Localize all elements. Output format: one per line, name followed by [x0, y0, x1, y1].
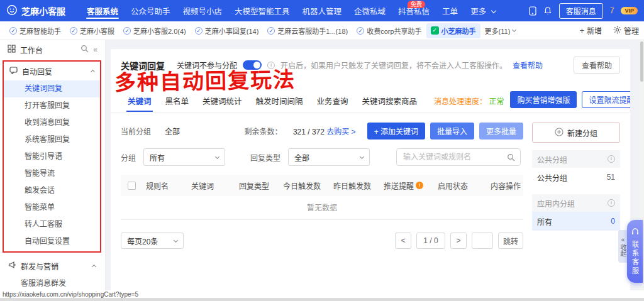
group-row-all[interactable]: 所有 0 [532, 212, 620, 231]
collapse-sidebar-icon[interactable]: « [93, 45, 97, 54]
group-filter-label: 分组 [121, 152, 136, 163]
tabs-more-dropdown[interactable]: 更多(11) [480, 21, 521, 40]
content-tabs: 关键词黑名单关键词统计触发时间间隔业务查询关键词搜索商品 [121, 90, 424, 112]
app-window: 芝麻小客服 客服系统公众号助手视频号小店大模型智能工具机器人管理企微私域抖音私信… [0, 0, 644, 301]
group-row-label: 公共分组 [537, 172, 567, 183]
app-tab[interactable]: ✓ 芝麻小事回复(14) [191, 21, 264, 40]
content-tab[interactable]: 触发时间间隔 [249, 90, 310, 112]
new-group-button[interactable]: 新建分组 [532, 123, 620, 143]
scrollbar-thumb[interactable] [640, 41, 643, 82]
more-batch-button[interactable]: 更多批量 [479, 123, 523, 140]
sidebar-item[interactable]: 打开客服回复 [4, 97, 100, 114]
next-page-button[interactable]: > [450, 233, 467, 249]
contact-service-button[interactable]: 联系客服 [627, 220, 643, 283]
reply-type-select[interactable]: 全部 [288, 148, 370, 166]
top-nav-item[interactable]: 机器人管理 [296, 0, 348, 21]
sidebar-item[interactable]: 智能菜单 [4, 199, 100, 216]
app-tab-label: 芝麻智能助手 [19, 26, 61, 36]
sidebar-item[interactable]: 关键词回复 [4, 80, 100, 97]
content-tab[interactable]: 业务查询 [310, 90, 355, 112]
sidebar-item[interactable]: 客服消息群发 [0, 275, 105, 290]
manage-button[interactable]: 管理 [613, 25, 639, 36]
content-tab[interactable]: 黑名单 [158, 90, 196, 112]
content-tab[interactable]: 关键词 [121, 90, 158, 112]
add-app-button[interactable]: + 新增 [579, 25, 602, 36]
app-tab[interactable]: ✓ 芝麻智能助手 [5, 21, 65, 40]
sidebar-item[interactable]: 自动回复设置 [4, 233, 100, 250]
app-tab[interactable]: ✓ 芝麻云客服助手1...(18) [263, 21, 352, 40]
app-tab[interactable]: ✓ 芝麻小客服2.0(4) [119, 21, 191, 40]
table-header: 规则名 关键词 回复类型 今日触发数 昨日触发数 推送提醒 ! 启用状态 内容操… [121, 175, 523, 196]
sidebar-item[interactable]: 智能导流 [4, 165, 100, 182]
bell-icon[interactable] [543, 6, 552, 15]
remaining-count: 剩余条数： 321 / 372 去购买 > [245, 126, 356, 136]
sidebar-item[interactable]: 智能引导语 [4, 148, 100, 165]
sidebar-section-marketing[interactable]: 群发与营销 [3, 256, 101, 275]
buy-marketing-button[interactable]: 购买营销增强版 [510, 91, 577, 108]
sidebar-section-auto-reply[interactable]: 自动回复 [4, 62, 100, 80]
info-icon[interactable]: i [608, 155, 615, 163]
logo[interactable]: 芝麻小客服 [6, 4, 65, 18]
keyword-no-assign-toggle[interactable] [243, 60, 262, 70]
top-nav-item[interactable]: 企微私域 [348, 0, 392, 21]
page-jump-input[interactable] [472, 233, 493, 249]
buy-more-link[interactable]: 去购买 > [326, 128, 355, 136]
app-tab-active[interactable]: ✓ 小芝麻助手 [426, 23, 480, 38]
workbench-row[interactable]: 工作台 « [0, 40, 105, 59]
limit-reminder-button[interactable]: 设置限流提醒 [582, 91, 630, 108]
mobile-icon[interactable] [529, 6, 536, 16]
sidebar-item[interactable]: 收到消息回复 [4, 114, 100, 131]
app-tab[interactable]: ✓ 芝麻小客服 [65, 21, 119, 40]
top-nav-item[interactable]: 大模型智能工具 [228, 0, 296, 21]
sidebar-item[interactable]: 转人工客服 [4, 216, 100, 233]
circle-plus-icon [555, 128, 564, 138]
info-icon: i [267, 62, 275, 69]
collapse-contact-tab[interactable]: « 收起 [618, 230, 628, 263]
top-nav-item[interactable]: 更多 [464, 0, 501, 21]
page-jump-button[interactable]: 跳转 [498, 233, 523, 249]
card-header: 关键词回复 关键词不参与分配 i 开启后，如果用户只触发了关键词回复，将不会进入… [111, 49, 630, 74]
public-group-header: 公共分组 i [532, 150, 620, 168]
marketing-items: 客服消息群发 [0, 275, 105, 290]
add-keyword-button[interactable]: + 添加关键词 [367, 123, 425, 140]
select-all-checkbox[interactable] [128, 182, 136, 190]
search-input[interactable] [396, 148, 521, 166]
content-tab[interactable]: 关键词统计 [196, 90, 249, 112]
check-icon: ✓ [9, 27, 17, 35]
app-tab-label: 小芝麻助手 [441, 26, 476, 36]
page-title: 关键词回复 [121, 59, 165, 72]
search-icon[interactable] [507, 153, 515, 163]
app-tab[interactable]: ✓ 收费corp共享助手 [352, 21, 426, 40]
column-header: 启用状态 [434, 180, 487, 191]
top-nav-item[interactable]: 公众号助手 [125, 0, 177, 21]
prev-page-button[interactable]: < [395, 233, 411, 249]
toggle-tip: 开启后，如果用户只触发了关键词回复，将不会进入人工客服操作。 [280, 60, 507, 70]
current-group-label: 当前分组 [121, 126, 151, 136]
account-number[interactable]: 7 [610, 6, 614, 15]
group-row-count: 51 [607, 173, 615, 182]
group-row-label: 所有 [537, 216, 552, 227]
batch-import-button[interactable]: 批量导入 [430, 123, 474, 140]
top-nav-item[interactable]: 客服系统 [80, 0, 125, 21]
sidebar-item[interactable]: 触发会话 [4, 182, 100, 199]
help-button[interactable]: 查看帮助 [574, 57, 620, 74]
app-tab-label: 芝麻云客服助手1...(18) [277, 26, 348, 36]
status-url: https://xiaokefu.com.cn/vip/shoppingCart… [3, 291, 138, 298]
workbench-label: 工作台 [20, 45, 43, 55]
group-row-public[interactable]: 公共分组 51 [532, 168, 620, 187]
content-tab[interactable]: 关键词搜索商品 [355, 90, 425, 112]
sidebar-item[interactable]: 系统客服回复 [4, 131, 100, 148]
warning-icon[interactable]: ! [416, 182, 423, 189]
service-message-button[interactable]: 客服消息 [559, 3, 603, 19]
info-icon[interactable]: i [608, 199, 615, 207]
search-icon[interactable] [80, 45, 89, 55]
browser-status-bar: https://xiaokefu.com.cn/vip/shoppingCart… [0, 290, 644, 298]
top-nav-item[interactable]: 工单 [436, 0, 464, 21]
top-nav-item[interactable]: 视频号小店 [177, 0, 229, 21]
toolbar-row: 当前分组 全部 剩余条数： 321 / 372 去购买 > + 添加关键词 批量… [121, 123, 523, 140]
current-group-value[interactable]: 全部 [165, 126, 180, 136]
page-size-select[interactable]: 每页20条 [121, 233, 184, 249]
select-all-cell [121, 181, 142, 190]
group-filter-select[interactable]: 所有 [143, 148, 225, 166]
help-link[interactable]: 查看帮助 [513, 60, 543, 70]
